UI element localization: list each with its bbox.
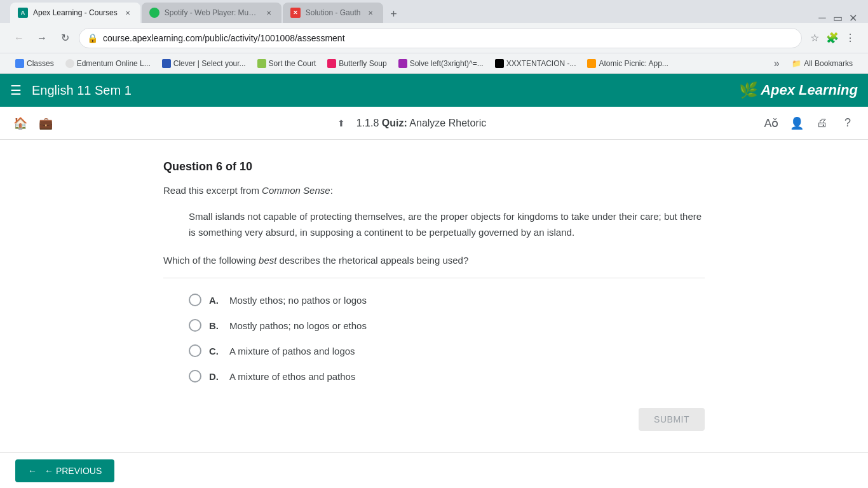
previous-label: ← PREVIOUS (44, 466, 102, 476)
prompt-colon: : (330, 185, 333, 196)
divider (163, 278, 705, 278)
accessibility-icon[interactable]: 👤 (787, 113, 807, 133)
bookmark-atomic[interactable]: Atomic Picnic: App... (582, 56, 673, 71)
options-list: A. Mostly ethos; no pathos or logos B. M… (189, 294, 705, 383)
translate-icon[interactable]: Aǒ (761, 113, 782, 133)
question-prompt: Read this excerpt from Common Sense: (163, 184, 705, 198)
bookmark-label-sort: Sort the Court (269, 59, 316, 68)
bookmark-favicon-solve (398, 59, 407, 68)
bookmark-solve[interactable]: Solve left(3xright)^=... (393, 56, 489, 71)
home-icon[interactable]: 🏠 (10, 113, 31, 133)
previous-button[interactable]: ← ← PREVIOUS (15, 459, 114, 482)
question-text: Which of the following best describes th… (163, 254, 705, 268)
print-icon[interactable]: 🖨 (812, 113, 832, 133)
tab-close-spotify[interactable]: ✕ (264, 8, 274, 18)
upload-icon[interactable]: ⬆ (331, 113, 351, 133)
quiz-nav-left: 🏠 💼 (10, 113, 56, 133)
bookmark-butterfly-soup[interactable]: Butterfly Soup (322, 56, 391, 71)
briefcase-icon[interactable]: 💼 (36, 113, 56, 133)
back-button[interactable]: ← (10, 29, 28, 47)
bookmark-label-xxx: XXXTENTACION -... (506, 59, 576, 68)
tab-close-apex[interactable]: ✕ (123, 8, 133, 18)
bookmark-xxx[interactable]: XXXTENTACION -... (490, 56, 581, 71)
question-text-after: describes the rhetorical appeals being u… (276, 255, 468, 266)
tab-label-apex: Apex Learning - Courses (33, 8, 118, 17)
forward-button[interactable]: → (33, 29, 51, 47)
tab-label-spotify: Spotify - Web Player: Music fo... (165, 8, 259, 17)
bookmarks-overflow-button[interactable]: » (769, 56, 784, 71)
bookmark-favicon-sort (257, 59, 266, 68)
bookmark-label-clever: Clever | Select your... (173, 59, 246, 68)
option-a[interactable]: A. Mostly ethos; no pathos or logos (189, 294, 705, 306)
option-c[interactable]: C. A mixture of pathos and logos (189, 344, 705, 357)
new-tab-button[interactable]: + (384, 5, 402, 23)
bookmark-sort-the-court[interactable]: Sort the Court (252, 56, 322, 71)
tab-apex-learning[interactable]: A Apex Learning - Courses ✕ (10, 3, 140, 23)
radio-b[interactable] (189, 319, 201, 332)
option-d-text: A mixture of ethos and pathos (229, 371, 355, 382)
app-container: ☰ English 11 Sem 1 🌿 Apex Learning 🏠 💼 ⬆… (0, 74, 868, 482)
minimize-button[interactable]: ─ (817, 13, 827, 23)
hamburger-icon[interactable]: ☰ (10, 83, 22, 98)
option-a-letter: A. (209, 295, 222, 306)
restore-button[interactable]: ▭ (832, 13, 843, 23)
option-b[interactable]: B. Mostly pathos; no logos or ethos (189, 319, 705, 332)
bookmark-favicon-atomic (587, 59, 596, 68)
tab-solution[interactable]: ✕ Solution - Gauth ✕ (283, 3, 384, 23)
option-d-letter: D. (209, 371, 222, 382)
tab-spotify[interactable]: Spotify - Web Player: Music fo... ✕ (142, 3, 281, 23)
lock-icon: 🔒 (87, 33, 98, 43)
bookmark-edmentum[interactable]: Edmentum Online L... (60, 56, 156, 71)
quiz-nav-center: ⬆ 1.1.8 Quiz: Analyze Rhetoric (56, 113, 761, 133)
breadcrumb-version: 1.1.8 (356, 118, 379, 128)
bookmarks-more: » 📁 All Bookmarks (769, 56, 858, 71)
bookmark-label-edmentum: Edmentum Online L... (77, 59, 151, 68)
bottom-bar: ← ← PREVIOUS (0, 452, 868, 482)
quiz-breadcrumb: 1.1.8 Quiz: Analyze Rhetoric (356, 118, 487, 129)
bookmark-clever[interactable]: Clever | Select your... (157, 56, 251, 71)
option-d[interactable]: D. A mixture of ethos and pathos (189, 370, 705, 383)
address-right-icons: ☆ 🧩 ⋮ (807, 30, 858, 46)
apex-leaf-icon: 🌿 (739, 81, 758, 99)
bookmarks-bar: Classes Edmentum Online L... Clever | Se… (0, 53, 868, 74)
excerpt-block: Small islands not capable of protecting … (189, 208, 705, 241)
quiz-nav-bar: 🏠 💼 ⬆ 1.1.8 Quiz: Analyze Rhetoric Aǒ 👤 … (0, 107, 868, 140)
submit-button[interactable]: SUBMIT (639, 408, 705, 431)
question-text-before: Which of the following (163, 255, 259, 266)
bookmark-star-icon[interactable]: ☆ (807, 30, 822, 46)
radio-a[interactable] (189, 294, 201, 306)
question-header: Question 6 of 10 (163, 160, 705, 173)
option-c-letter: C. (209, 346, 222, 356)
apex-logo-area: 🌿 Apex Learning (739, 81, 858, 99)
prompt-source: Common Sense (262, 185, 330, 196)
bookmark-favicon-butterfly (327, 59, 336, 68)
extension-icon[interactable]: 🧩 (825, 30, 840, 46)
apex-header: ☰ English 11 Sem 1 🌿 Apex Learning (0, 74, 868, 107)
radio-d[interactable] (189, 370, 201, 383)
option-b-letter: B. (209, 320, 222, 331)
bookmarks-folder-icon: 📁 (792, 59, 801, 68)
tab-close-solution[interactable]: ✕ (365, 8, 376, 18)
address-text: course.apexlearning.com/public/activity/… (103, 33, 794, 43)
option-c-text: A mixture of pathos and logos (229, 346, 355, 356)
bookmark-favicon-clever (162, 59, 171, 68)
bookmark-classes[interactable]: Classes (10, 56, 59, 71)
prompt-text: Read this excerpt from (163, 185, 262, 196)
reload-button[interactable]: ↻ (56, 29, 74, 47)
close-window-button[interactable]: ✕ (848, 13, 858, 23)
all-bookmarks-button[interactable]: 📁 All Bookmarks (787, 56, 858, 71)
question-emphasis: best (259, 255, 276, 266)
radio-c[interactable] (189, 344, 201, 357)
bookmark-label-classes: Classes (27, 59, 54, 68)
quiz-nav-right: Aǒ 👤 🖨 ? (761, 113, 858, 133)
address-input-wrap[interactable]: 🔒 course.apexlearning.com/public/activit… (79, 28, 802, 48)
previous-arrow-icon: ← (28, 466, 37, 476)
quiz-content: Question 6 of 10 Read this excerpt from … (148, 140, 720, 482)
breadcrumb-type: Quiz: (382, 118, 407, 128)
help-icon[interactable]: ? (837, 113, 858, 133)
bookmark-label-atomic: Atomic Picnic: App... (599, 59, 668, 68)
apex-logo-text: Apex Learning (761, 82, 858, 98)
bookmark-favicon-classes (15, 59, 24, 68)
tab-favicon-spotify (149, 8, 159, 18)
menu-icon[interactable]: ⋮ (843, 30, 858, 46)
